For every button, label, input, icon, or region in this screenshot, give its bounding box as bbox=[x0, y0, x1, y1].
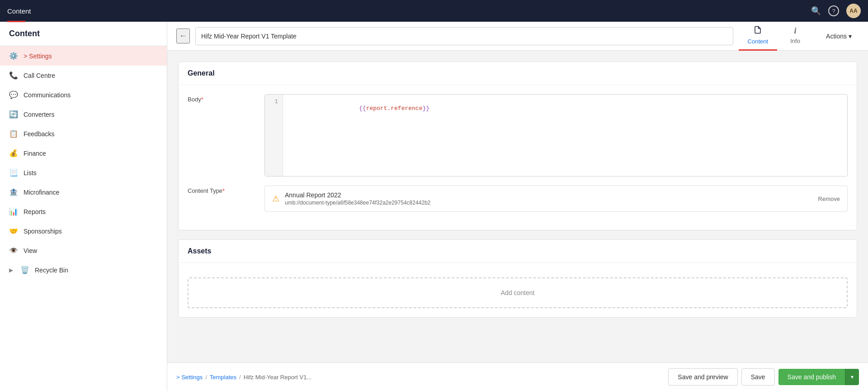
actions-button[interactable]: Actions ▾ bbox=[819, 29, 859, 43]
body-required-marker: * bbox=[201, 96, 203, 103]
content-area: ← Content i Info Act bbox=[167, 22, 868, 391]
sidebar-item-microfinance[interactable]: 🏦 Microfinance bbox=[0, 182, 167, 202]
content-type-name: Annual Report 2022 bbox=[285, 191, 813, 199]
code-editor-container[interactable]: 1 {{report.reference}} bbox=[264, 94, 848, 176]
sidebar-item-recycle-bin[interactable]: ▶ 🗑️ Recycle Bin bbox=[0, 260, 167, 280]
sidebar-item-view[interactable]: 👁️ View bbox=[0, 241, 167, 260]
code-open-brace: {{ bbox=[359, 105, 366, 112]
search-icon[interactable]: 🔍 bbox=[811, 6, 821, 16]
sidebar-item-finance-label: Finance bbox=[24, 150, 46, 157]
content-type-label: Content Type* bbox=[188, 186, 255, 212]
info-tab-icon: i bbox=[794, 26, 797, 36]
feedbacks-icon: 📋 bbox=[9, 129, 18, 138]
save-preview-button[interactable]: Save and preview bbox=[668, 368, 737, 386]
general-section-title: General bbox=[179, 62, 857, 85]
sidebar-item-recycle-bin-label: Recycle Bin bbox=[35, 267, 68, 274]
sidebar-item-converters[interactable]: 🔄 Converters bbox=[0, 105, 167, 124]
tab-content[interactable]: Content bbox=[739, 22, 778, 51]
sidebar-item-settings[interactable]: ⚙️ > Settings bbox=[0, 46, 167, 66]
save-publish-button[interactable]: Save and publish bbox=[778, 369, 845, 385]
sidebar-item-reports[interactable]: 📊 Reports bbox=[0, 202, 167, 221]
sidebar-item-feedbacks-label: Feedbacks bbox=[24, 130, 54, 138]
content-type-required-marker: * bbox=[222, 187, 225, 194]
code-editor-inner: 1 {{report.reference}} bbox=[265, 95, 847, 176]
top-nav: Content 🔍 ? AA bbox=[0, 0, 868, 22]
content-type-field-row: Content Type* ⚠ Annual Report 2022 umb:/… bbox=[188, 186, 848, 212]
content-tab-icon bbox=[754, 26, 762, 36]
content-type-content: ⚠ Annual Report 2022 umb://document-type… bbox=[264, 186, 848, 212]
add-content-area[interactable]: Add content bbox=[188, 277, 848, 308]
expand-icon: ▶ bbox=[9, 267, 13, 273]
general-section: General Body* 1 bbox=[178, 62, 857, 230]
lists-icon: 📃 bbox=[9, 168, 18, 177]
line-number-1: 1 bbox=[269, 98, 278, 105]
reports-icon: 📊 bbox=[9, 207, 18, 216]
header-tabs: Content i Info bbox=[739, 22, 814, 51]
breadcrumb-sep-1: / bbox=[205, 374, 207, 381]
sidebar-item-call-centre[interactable]: 📞 Call Centre bbox=[0, 66, 167, 85]
sidebar-header: Content bbox=[0, 22, 167, 46]
sidebar-item-lists[interactable]: 📃 Lists bbox=[0, 163, 167, 182]
body-field-row: Body* 1 {{report.reference}} bbox=[188, 94, 848, 176]
communications-icon: 💬 bbox=[9, 91, 18, 99]
body-code-editor: 1 {{report.reference}} bbox=[264, 94, 848, 176]
app-title: Content bbox=[7, 7, 31, 15]
sidebar-item-call-centre-label: Call Centre bbox=[24, 72, 55, 79]
assets-section-title: Assets bbox=[179, 240, 857, 263]
remove-content-type-button[interactable]: Remove bbox=[818, 196, 840, 202]
line-numbers: 1 bbox=[265, 95, 283, 176]
main-layout: Content ⚙️ > Settings 📞 Call Centre 💬 Co… bbox=[0, 22, 868, 391]
body-label: Body* bbox=[188, 94, 255, 176]
content-header: ← Content i Info Act bbox=[167, 22, 868, 51]
call-centre-icon: 📞 bbox=[9, 71, 18, 80]
footer-actions: Save and preview Save Save and publish ▾ bbox=[668, 368, 859, 386]
sidebar-item-sponsorships[interactable]: 🤝 Sponsorships bbox=[0, 221, 167, 241]
actions-label: Actions bbox=[826, 33, 847, 40]
save-button[interactable]: Save bbox=[741, 368, 775, 386]
avatar-initials: AA bbox=[849, 8, 857, 14]
sidebar-item-view-label: View bbox=[24, 247, 37, 254]
sidebar-item-finance[interactable]: 💰 Finance bbox=[0, 143, 167, 163]
page-title-input[interactable] bbox=[195, 27, 733, 45]
warning-icon: ⚠ bbox=[272, 194, 279, 204]
tab-content-area: General Body* 1 bbox=[167, 51, 868, 362]
breadcrumb-templates[interactable]: Templates bbox=[210, 374, 236, 381]
recycle-bin-icon: 🗑️ bbox=[20, 266, 29, 274]
general-section-body: Body* 1 {{report.reference}} bbox=[179, 85, 857, 230]
assets-section-body: Add content bbox=[179, 263, 857, 317]
avatar[interactable]: AA bbox=[846, 4, 861, 18]
code-close-brace: }} bbox=[422, 105, 429, 112]
breadcrumb-sep-2: / bbox=[239, 374, 241, 381]
sidebar-item-communications[interactable]: 💬 Communications bbox=[0, 85, 167, 105]
sidebar-item-microfinance-label: Microfinance bbox=[24, 189, 59, 196]
assets-section: Assets Add content bbox=[178, 239, 857, 318]
sidebar-item-feedbacks[interactable]: 📋 Feedbacks bbox=[0, 124, 167, 143]
sponsorships-icon: 🤝 bbox=[9, 227, 18, 235]
save-publish-group: Save and publish ▾ bbox=[778, 369, 859, 385]
sidebar: Content ⚙️ > Settings 📞 Call Centre 💬 Co… bbox=[0, 22, 167, 391]
top-nav-right: 🔍 ? AA bbox=[811, 4, 861, 18]
breadcrumb: > Settings / Templates / Hifz Mid-Year R… bbox=[176, 374, 311, 381]
sidebar-item-communications-label: Communications bbox=[24, 91, 71, 99]
content-type-info: Annual Report 2022 umb://document-type/a… bbox=[285, 191, 813, 206]
sidebar-item-converters-label: Converters bbox=[24, 111, 54, 118]
breadcrumb-current: Hifz Mid-Year Report V1... bbox=[244, 374, 312, 381]
save-publish-dropdown-button[interactable]: ▾ bbox=[845, 369, 859, 385]
content-type-url: umb://document-type/a6f58e348ee74f32a2e2… bbox=[285, 200, 813, 206]
tab-info[interactable]: i Info bbox=[777, 22, 813, 51]
help-icon[interactable]: ? bbox=[828, 5, 839, 16]
content-type-item: ⚠ Annual Report 2022 umb://document-type… bbox=[264, 186, 848, 212]
sidebar-item-lists-label: Lists bbox=[24, 169, 37, 176]
footer: > Settings / Templates / Hifz Mid-Year R… bbox=[167, 362, 868, 391]
sidebar-item-sponsorships-label: Sponsorships bbox=[24, 228, 62, 235]
view-icon: 👁️ bbox=[9, 246, 18, 255]
settings-icon: ⚙️ bbox=[9, 52, 18, 60]
converters-icon: 🔄 bbox=[9, 110, 18, 119]
breadcrumb-settings[interactable]: > Settings bbox=[176, 374, 203, 381]
finance-icon: 💰 bbox=[9, 149, 18, 157]
sidebar-item-reports-label: Reports bbox=[24, 208, 46, 215]
tab-content-label: Content bbox=[748, 38, 769, 45]
back-button[interactable]: ← bbox=[176, 29, 190, 43]
code-content[interactable]: {{report.reference}} bbox=[283, 95, 847, 176]
microfinance-icon: 🏦 bbox=[9, 188, 18, 196]
